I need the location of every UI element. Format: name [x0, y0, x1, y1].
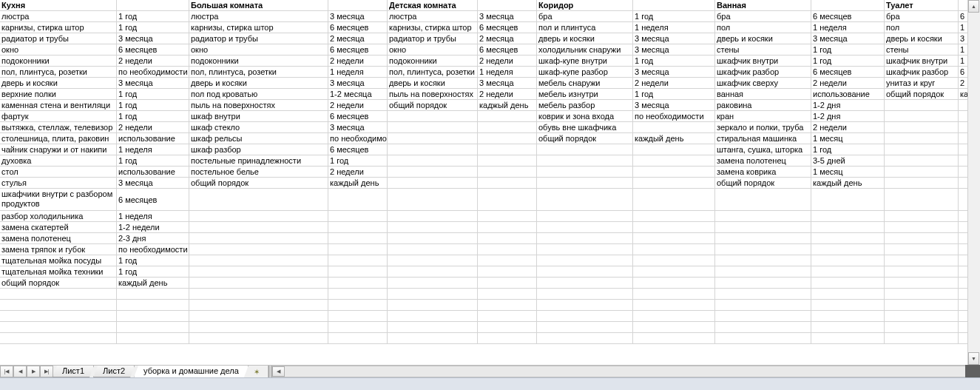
cell[interactable]: 2 недели: [328, 167, 388, 178]
cell[interactable]: по необходимости: [117, 67, 189, 78]
cell[interactable]: [388, 311, 478, 322]
cell[interactable]: 3 месяца: [478, 78, 537, 89]
cell[interactable]: 2 недели: [811, 78, 885, 89]
cell[interactable]: 1 неделя: [117, 144, 189, 155]
cell[interactable]: ванная: [715, 89, 811, 100]
cell[interactable]: общий порядок: [388, 100, 478, 111]
cell[interactable]: [388, 122, 478, 133]
cell[interactable]: 1 год: [633, 11, 715, 22]
cell[interactable]: [328, 322, 388, 333]
cell[interactable]: [715, 244, 811, 255]
cell[interactable]: пол: [715, 22, 811, 33]
cell[interactable]: [633, 222, 715, 233]
cell[interactable]: пол, плинтуса, розетки: [388, 67, 478, 78]
cell[interactable]: [811, 289, 885, 300]
cell[interactable]: шкафчик внутри: [715, 56, 811, 67]
tab-nav-next-icon[interactable]: ▶: [27, 366, 40, 377]
scroll-up-arrow[interactable]: ▲: [968, 0, 979, 13]
cell[interactable]: 3 месяца: [633, 67, 715, 78]
cell[interactable]: [715, 300, 811, 311]
cell[interactable]: [633, 167, 715, 178]
cell[interactable]: [189, 233, 328, 244]
cell[interactable]: [189, 322, 328, 333]
cell[interactable]: 2 недели: [328, 56, 388, 67]
cell[interactable]: [885, 122, 959, 133]
cell[interactable]: холодильник снаружи: [537, 44, 633, 56]
cell[interactable]: [885, 111, 959, 122]
cell[interactable]: [328, 289, 388, 300]
column-header[interactable]: [633, 0, 715, 11]
cell[interactable]: 1 неделя: [117, 211, 189, 222]
cell[interactable]: [715, 222, 811, 233]
cell[interactable]: каждый день: [633, 133, 715, 144]
cell[interactable]: [478, 178, 537, 189]
tab-nav-last-icon[interactable]: ▶|: [40, 366, 53, 377]
cell[interactable]: общий порядок: [189, 178, 328, 189]
cell[interactable]: 6 месяцев: [328, 111, 388, 122]
cell[interactable]: [478, 244, 537, 255]
cell[interactable]: 1 год: [117, 266, 189, 278]
cell[interactable]: [189, 266, 328, 278]
cell[interactable]: [811, 322, 885, 333]
cell[interactable]: [189, 244, 328, 255]
cell[interactable]: [117, 311, 189, 322]
column-header[interactable]: Туалет: [885, 0, 959, 11]
cell[interactable]: [388, 111, 478, 122]
scroll-left-arrow[interactable]: ◀: [272, 366, 285, 377]
cell[interactable]: [633, 233, 715, 244]
cell[interactable]: штанга, сушка, шторка: [715, 144, 811, 155]
cell[interactable]: [388, 255, 478, 266]
cell[interactable]: каждый день: [328, 178, 388, 189]
cell[interactable]: [189, 300, 328, 311]
cell[interactable]: [478, 300, 537, 311]
spreadsheet-grid[interactable]: КухняБольшая комнатаДетская комнатаКорид…: [0, 0, 980, 344]
cell[interactable]: [0, 300, 117, 311]
cell[interactable]: окно: [189, 44, 328, 56]
cell[interactable]: 1 неделя: [328, 67, 388, 78]
cell[interactable]: 1 год: [328, 155, 388, 167]
cell[interactable]: [885, 211, 959, 222]
cell[interactable]: люстра: [388, 11, 478, 22]
cell[interactable]: постельные принадлежности: [189, 155, 328, 167]
tab-nav-prev-icon[interactable]: ◀: [13, 366, 27, 377]
cell[interactable]: люстра: [189, 11, 328, 22]
cell[interactable]: дверь и косяки: [885, 33, 959, 44]
cell[interactable]: [388, 266, 478, 278]
column-header[interactable]: Большая комната: [189, 0, 328, 11]
cell[interactable]: 6 месяцев: [328, 22, 388, 33]
cell[interactable]: [715, 233, 811, 244]
cell[interactable]: [388, 178, 478, 189]
cell[interactable]: [189, 333, 328, 344]
cell[interactable]: мебель изнутри: [537, 89, 633, 100]
cell[interactable]: разбор холодильника: [0, 211, 117, 222]
cell[interactable]: обувь вне шкафчика: [537, 122, 633, 133]
cell[interactable]: [633, 178, 715, 189]
cell[interactable]: дверь и косяки: [388, 78, 478, 89]
cell[interactable]: [633, 278, 715, 289]
cell[interactable]: шкаф стекло: [189, 122, 328, 133]
cell[interactable]: [885, 189, 959, 211]
cell[interactable]: 3-5 дней: [811, 155, 885, 167]
cell[interactable]: [537, 155, 633, 167]
cell[interactable]: 3 месяца: [328, 122, 388, 133]
vertical-scrollbar[interactable]: ▲ ▼: [967, 0, 980, 365]
cell[interactable]: 6 месяцев: [328, 144, 388, 155]
cell[interactable]: 3 месяца: [117, 78, 189, 89]
cell[interactable]: стол: [0, 167, 117, 178]
cell[interactable]: 1 месяц: [811, 133, 885, 144]
cell[interactable]: мебель снаружи: [537, 78, 633, 89]
cell[interactable]: 1 год: [117, 22, 189, 33]
cell[interactable]: подоконники: [0, 56, 117, 67]
cell[interactable]: [478, 255, 537, 266]
cell[interactable]: [478, 167, 537, 178]
cell[interactable]: [478, 233, 537, 244]
cell[interactable]: по необходимости: [633, 111, 715, 122]
cell[interactable]: [885, 244, 959, 255]
cell[interactable]: пыль на поверхностях: [189, 100, 328, 111]
cell[interactable]: шкаф-купе разбор: [537, 67, 633, 78]
cell[interactable]: вытяжка, стеллаж, телевизор: [0, 122, 117, 133]
cell[interactable]: унитаз и круг: [885, 78, 959, 89]
cell[interactable]: [885, 144, 959, 155]
cell[interactable]: верхние полки: [0, 89, 117, 100]
column-header[interactable]: [328, 0, 388, 11]
